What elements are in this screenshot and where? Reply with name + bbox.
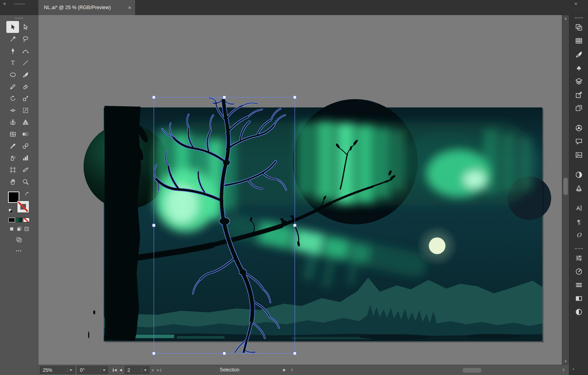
none-fill-button[interactable] [23, 218, 30, 222]
panel-color[interactable] [569, 121, 588, 135]
blend-tool[interactable] [19, 140, 32, 152]
selection-handle[interactable] [293, 352, 296, 355]
panel-opentype[interactable]: O [569, 228, 588, 242]
hscroll-left-icon[interactable]: ‹ [291, 366, 293, 373]
next-artboard-button[interactable]: ▶ [152, 368, 154, 372]
horizontal-scroll-thumb[interactable] [462, 368, 481, 373]
symbol-sprayer-tool[interactable] [6, 152, 19, 164]
lines-icon [575, 281, 583, 289]
shape-builder-tool[interactable] [6, 116, 19, 128]
divider [67, 367, 67, 373]
swap-fill-stroke-icon[interactable] [25, 192, 30, 197]
rotate-tool[interactable] [6, 92, 19, 104]
ellipse-tool[interactable] [6, 69, 19, 80]
eyedropper-tool[interactable] [6, 140, 19, 152]
close-tab-icon[interactable]: × [128, 5, 131, 11]
canvas-area[interactable] [38, 15, 562, 365]
panel-asset-export[interactable] [569, 88, 588, 101]
color-fill-button[interactable] [8, 218, 15, 222]
rotation-select[interactable]: 0° [77, 366, 108, 374]
perspective-grid-tool[interactable] [19, 116, 32, 128]
width-tool[interactable] [6, 104, 19, 116]
hscroll-right-icon[interactable]: › [563, 366, 565, 373]
scroll-down-icon[interactable]: ∨ [562, 359, 569, 363]
screen-mode-button[interactable] [0, 237, 38, 243]
magic-wand-tool[interactable] [6, 33, 19, 45]
lasso-tool[interactable] [19, 33, 32, 45]
draw-inside-icon[interactable] [24, 226, 29, 232]
first-artboard-button[interactable]: ◀ [113, 368, 117, 372]
draw-mode-row [0, 226, 38, 232]
line-segment-tool[interactable] [19, 57, 32, 69]
gradient-tool[interactable] [19, 128, 32, 140]
panel-align[interactable] [569, 278, 588, 292]
panel-brushes[interactable] [569, 48, 588, 61]
panel-swatches[interactable] [569, 34, 588, 48]
pencil-tool[interactable] [6, 80, 19, 92]
artboard-number-select[interactable]: 2 [125, 366, 149, 374]
panel-links[interactable] [569, 148, 588, 162]
selection-tool[interactable] [6, 21, 19, 33]
previous-artboard-button[interactable]: ◀ [120, 368, 122, 372]
curvature-tool[interactable] [19, 45, 32, 57]
free-transform-tool[interactable] [19, 104, 32, 116]
previous-artboard-icon: ◀ [120, 368, 122, 372]
brush-icon [22, 71, 29, 78]
document-tab[interactable]: NL.ai* @ 25 % (RGB/Preview) × [38, 0, 135, 15]
vertical-scroll-thumb[interactable] [563, 178, 568, 195]
collapse-toolbox-icon[interactable]: « [3, 1, 6, 6]
canvas-artwork[interactable] [38, 15, 562, 365]
dock-group: ♣ [569, 21, 588, 115]
panel-layers[interactable] [569, 75, 588, 88]
selection-handle[interactable] [152, 352, 155, 355]
direct-selection-tool[interactable] [19, 21, 32, 33]
panel-gradient-panel[interactable] [569, 292, 588, 305]
collapse-dock-icon[interactable]: « [575, 1, 577, 6]
panel-artboards[interactable] [569, 101, 588, 115]
draw-behind-icon[interactable] [17, 226, 22, 232]
status-menu-icon[interactable]: ▶ [283, 368, 286, 372]
dock-header: « [569, 0, 588, 15]
default-colors-icon[interactable] [8, 209, 13, 214]
panel-materials[interactable] [569, 182, 588, 195]
slice-tool[interactable] [19, 164, 32, 176]
panel-character[interactable]: A [569, 201, 588, 215]
selection-handle[interactable] [293, 224, 296, 227]
artboard-tool[interactable] [6, 164, 19, 176]
zoom-level-select[interactable]: 25% [40, 366, 75, 374]
dock-scroll-icon[interactable]: › [573, 366, 574, 372]
panel-plugins[interactable] [569, 21, 588, 34]
gradient-fill-button[interactable] [16, 218, 23, 222]
panel-properties[interactable] [569, 251, 588, 265]
panel-symbols[interactable]: ♣ [569, 61, 588, 75]
paintbrush-tool[interactable] [19, 69, 32, 80]
panel-rotate-view[interactable] [569, 265, 588, 278]
color-wheel-icon [575, 124, 583, 132]
selection-handle[interactable] [152, 96, 155, 99]
scroll-up-icon[interactable]: ∧ [562, 17, 569, 21]
last-artboard-button[interactable]: ▶ [157, 368, 161, 372]
ball-icon [575, 171, 583, 179]
selection-handle[interactable] [223, 352, 226, 355]
vertical-scrollbar[interactable]: ∧ ∨ [562, 15, 569, 365]
scale-tool[interactable] [19, 92, 32, 104]
type-tool[interactable]: T [6, 57, 19, 69]
draw-normal-icon[interactable] [9, 226, 14, 232]
stroke-color-swatch[interactable] [17, 201, 29, 212]
panel-paragraph[interactable]: ¶ [569, 215, 588, 228]
width-icon [10, 107, 16, 114]
column-graph-tool[interactable] [19, 152, 32, 164]
eraser-tool[interactable] [19, 80, 32, 92]
selection-handle[interactable] [152, 224, 155, 227]
panel-color-guide[interactable] [569, 168, 588, 182]
hand-tool[interactable] [6, 176, 19, 188]
mesh-tool[interactable] [6, 128, 19, 140]
toolbox-more-button[interactable]: ••• [0, 249, 38, 253]
pen-tool[interactable] [6, 45, 19, 57]
panel-transparency[interactable] [569, 305, 588, 319]
zoom-tool[interactable] [19, 176, 32, 188]
selection-handle[interactable] [293, 96, 296, 99]
panel-comments[interactable] [569, 135, 588, 148]
selection-handle[interactable] [223, 96, 226, 99]
toolbox-panel: T ••• [0, 15, 38, 375]
